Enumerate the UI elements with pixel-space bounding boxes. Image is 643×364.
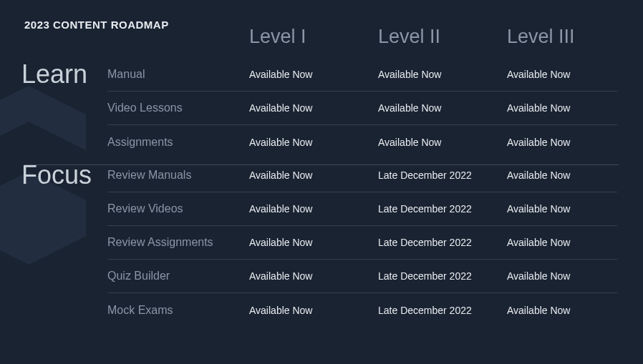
item-label: Review Videos (107, 202, 249, 215)
table-row: Video Lessons Available Now Available No… (107, 92, 617, 125)
item-label: Assignments (107, 136, 249, 149)
section-learn: Learn Manual Available Now Available Now… (21, 58, 617, 159)
column-header-level-1: Level I (249, 26, 378, 48)
cell-level-2: Late December 2022 (378, 305, 507, 316)
cell-level-3: Available Now (507, 237, 607, 248)
cell-level-1: Available Now (249, 102, 378, 114)
item-label: Quiz Builder (107, 270, 249, 282)
cell-level-1: Available Now (249, 305, 378, 316)
table-row: Quiz Builder Available Now Late December… (107, 260, 617, 293)
item-label: Mock Exams (107, 304, 249, 317)
cell-level-3: Available Now (507, 137, 607, 148)
column-headers: Level I Level II Level III (107, 26, 617, 48)
cell-level-3: Available Now (507, 102, 607, 114)
item-label: Video Lessons (107, 102, 249, 114)
cell-level-2: Available Now (378, 137, 507, 148)
item-label: Review Assignments (107, 236, 249, 249)
cell-level-1: Available Now (249, 169, 378, 181)
cell-level-3: Available Now (507, 270, 607, 282)
cell-level-2: Late December 2022 (378, 203, 507, 215)
column-header-level-2: Level II (378, 26, 507, 48)
section-divider (24, 164, 619, 165)
column-header-level-3: Level III (507, 26, 607, 48)
section-label-learn: Learn (21, 58, 107, 159)
cell-level-2: Late December 2022 (378, 169, 507, 181)
roadmap-table: Level I Level II Level III Learn Manual … (21, 26, 617, 327)
cell-level-2: Late December 2022 (378, 237, 507, 248)
section-label-focus: Focus (21, 159, 107, 327)
cell-level-3: Available Now (507, 203, 607, 215)
cell-level-3: Available Now (507, 305, 607, 316)
section-focus: Focus Review Manuals Available Now Late … (21, 159, 617, 327)
cell-level-2: Late December 2022 (378, 270, 507, 282)
table-row: Mock Exams Available Now Late December 2… (107, 293, 617, 327)
cell-level-1: Available Now (249, 203, 378, 215)
cell-level-3: Available Now (507, 169, 607, 181)
cell-level-3: Available Now (507, 69, 607, 80)
table-row: Assignments Available Now Available Now … (107, 125, 617, 159)
cell-level-1: Available Now (249, 137, 378, 148)
table-row: Review Videos Available Now Late Decembe… (107, 192, 617, 226)
item-label: Review Manuals (107, 169, 249, 182)
cell-level-2: Available Now (378, 69, 507, 80)
table-row: Review Assignments Available Now Late De… (107, 226, 617, 260)
item-label: Manual (107, 68, 249, 81)
cell-level-1: Available Now (249, 237, 378, 248)
table-row: Manual Available Now Available Now Avail… (107, 58, 617, 92)
cell-level-1: Available Now (249, 69, 378, 80)
cell-level-1: Available Now (249, 270, 378, 282)
cell-level-2: Available Now (378, 102, 507, 114)
